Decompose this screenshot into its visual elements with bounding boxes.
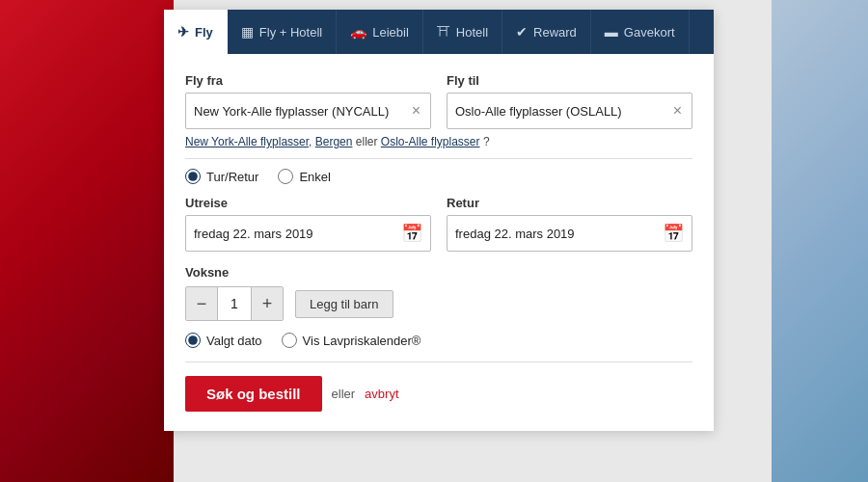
retur-input-wrap: 📅 — [447, 215, 692, 252]
tab-gavekort[interactable]: ▬ Gavekort — [591, 10, 690, 54]
form-body: Fly fra × Fly til × New York-Alle flypla… — [164, 54, 714, 431]
avbryt-link[interactable]: avbryt — [365, 387, 398, 401]
gavekort-icon: ▬ — [605, 24, 618, 40]
tab-reward[interactable]: ✔ Reward — [502, 10, 591, 54]
fly-fra-clear-button[interactable]: × — [410, 103, 422, 119]
date-option-row: Valgt dato Vis Lavpriskalender® — [185, 333, 692, 348]
tur-retur-text: Tur/Retur — [206, 170, 258, 184]
divider-2 — [185, 362, 692, 362]
valgt-dato-label[interactable]: Valgt dato — [185, 333, 262, 348]
trip-type-group: Tur/Retur Enkel — [185, 169, 692, 184]
tab-gavekort-label: Gavekort — [624, 25, 675, 40]
suggestion-link-oslo[interactable]: Oslo-Alle flyplasser — [381, 135, 480, 148]
tab-fly-hotell[interactable]: ▦ Fly + Hotell — [228, 10, 337, 54]
voksne-stepper: − + — [185, 286, 284, 321]
fly-hotell-icon: ▦ — [241, 24, 254, 40]
utreise-label: Utreise — [185, 196, 431, 210]
suggestion-link-newyork[interactable]: New York-Alle flyplasser — [185, 135, 309, 148]
utreise-input[interactable] — [194, 227, 401, 241]
lavpris-label[interactable]: Vis Lavpriskalender® — [282, 333, 421, 348]
fly-til-input[interactable] — [455, 104, 671, 119]
tur-retur-radio[interactable] — [185, 169, 201, 184]
tab-leiebil[interactable]: 🚗 Leiebil — [337, 10, 423, 54]
search-row: Søk og bestill eller avbryt — [185, 376, 692, 412]
voksne-count-input[interactable] — [217, 287, 252, 320]
suggestion-suffix: ? — [483, 135, 490, 148]
divider-1 — [185, 158, 692, 159]
valgt-dato-radio[interactable] — [185, 333, 201, 348]
nav-tabs: ✈ Fly ▦ Fly + Hotell 🚗 Leiebil ⛩ Hotell … — [164, 10, 714, 54]
tab-hotell-label: Hotell — [456, 25, 488, 40]
background-right — [772, 0, 868, 482]
suggestion-sep-1: , — [309, 135, 312, 148]
main-card: ✈ Fly ▦ Fly + Hotell 🚗 Leiebil ⛩ Hotell … — [164, 10, 714, 431]
fly-til-clear-button[interactable]: × — [671, 103, 684, 119]
retur-calendar-icon[interactable]: 📅 — [663, 223, 684, 244]
fly-til-label: Fly til — [447, 73, 692, 88]
voksne-plus-button[interactable]: + — [252, 287, 283, 320]
tab-reward-label: Reward — [533, 25, 577, 40]
retur-label: Retur — [447, 196, 692, 210]
lavpris-radio[interactable] — [282, 333, 297, 348]
add-child-button[interactable]: Legg til barn — [295, 290, 393, 318]
search-button[interactable]: Søk og bestill — [185, 376, 322, 412]
background-left — [0, 0, 174, 482]
fly-fra-label: Fly fra — [185, 73, 431, 88]
utreise-calendar-icon[interactable]: 📅 — [401, 223, 422, 244]
enkel-label[interactable]: Enkel — [278, 169, 331, 184]
airport-row: Fly fra × Fly til × — [185, 73, 692, 129]
tab-fly-label: Fly — [195, 25, 213, 40]
reward-icon: ✔ — [516, 24, 528, 40]
leiebil-icon: 🚗 — [350, 24, 366, 40]
retur-input[interactable] — [455, 227, 663, 241]
suggestion-link-bergen[interactable]: Bergen — [315, 135, 353, 148]
fly-icon: ✈ — [177, 24, 189, 40]
tur-retur-label[interactable]: Tur/Retur — [185, 169, 258, 184]
tab-fly[interactable]: ✈ Fly — [164, 10, 228, 54]
lavpris-text: Vis Lavpriskalender® — [303, 334, 421, 348]
utreise-input-wrap: 📅 — [185, 215, 431, 252]
fly-fra-col: Fly fra × — [185, 73, 431, 129]
fly-fra-input-wrap: × — [185, 93, 431, 129]
fly-til-input-wrap: × — [447, 93, 692, 129]
tab-hotell[interactable]: ⛩ Hotell — [423, 10, 502, 54]
tab-fly-hotell-label: Fly + Hotell — [259, 25, 322, 40]
valgt-dato-text: Valgt dato — [206, 334, 262, 348]
voksne-minus-button[interactable]: − — [186, 287, 217, 320]
date-row: Utreise 📅 Retur 📅 — [185, 196, 692, 252]
hotell-icon: ⛩ — [437, 24, 450, 40]
suggestion-sep-2: eller — [356, 135, 378, 148]
suggestions: New York-Alle flyplasser, Bergen eller O… — [185, 135, 692, 148]
eller-text: eller — [332, 387, 356, 401]
fly-fra-input[interactable] — [194, 104, 410, 119]
enkel-text: Enkel — [299, 170, 331, 184]
retur-col: Retur 📅 — [447, 196, 692, 252]
enkel-radio[interactable] — [278, 169, 293, 184]
fly-til-col: Fly til × — [447, 73, 692, 129]
voksne-row: − + Legg til barn — [185, 286, 692, 321]
tab-leiebil-label: Leiebil — [372, 25, 409, 40]
utreise-col: Utreise 📅 — [185, 196, 431, 252]
voksne-label: Voksne — [185, 265, 692, 280]
